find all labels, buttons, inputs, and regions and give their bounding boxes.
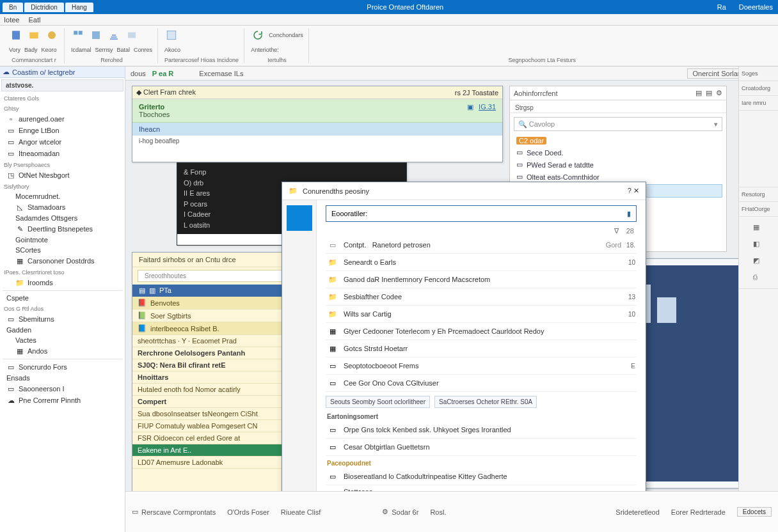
breadcrumb[interactable]: ☁ Coastim o/ lectgrebr (0, 66, 125, 78)
dialog-row[interactable]: 📁Wilts sar Cartig10 (326, 306, 637, 323)
nav-item[interactable]: Cspete (0, 293, 125, 303)
nav-item[interactable]: Gadden (0, 325, 125, 335)
dialog-title: Conurendths peosiny (303, 187, 369, 195)
ribbon-label[interactable]: Conchondars (269, 32, 303, 38)
nav-item[interactable]: ▦Carsononer Dostdrds (0, 255, 125, 267)
dialog-commands: 📁 Conurendths peosiny ? ✕ ▮ ∇ 28 ▭ Contp… (282, 182, 646, 501)
ribbon-icon[interactable] (45, 28, 59, 42)
nav-item[interactable]: Ensads (0, 373, 125, 383)
ribbon-icon[interactable] (71, 28, 85, 42)
nav-item[interactable]: ▭Sbemiturns (0, 313, 125, 325)
dialog-row[interactable]: 📁Ganod daR Inentlemnory Fencord Macscret… (326, 271, 637, 288)
ribbon-icon[interactable] (9, 28, 23, 42)
status-item[interactable]: Riueate Clisf (281, 508, 321, 516)
status-item[interactable]: O'Ords Foser (227, 508, 269, 516)
dock-item[interactable]: FHatOorge (739, 202, 778, 217)
list-tab[interactable]: ▤ (139, 286, 145, 295)
dialog-row[interactable]: 📁Sesbiafther Codee13 (326, 288, 637, 306)
doc-icon: ▭ (132, 508, 138, 516)
nav-item[interactable]: Vactes (0, 335, 125, 345)
dialog-row[interactable]: ▭Cee Gor Ono Cova CGltviuser (326, 375, 637, 392)
badge-icon[interactable]: ▣ (467, 103, 473, 118)
dock-icon[interactable]: ⎙ (753, 273, 765, 285)
dialog-chip[interactable]: SaCtroerses Ochetor REthr. S0A (434, 396, 537, 408)
tool-icon[interactable]: ▤ (695, 89, 702, 97)
dock-item[interactable]: Iare nmru (739, 96, 778, 111)
panel-entry[interactable]: ▭Sece Doed. (510, 146, 726, 159)
shield-icon: ◆ (136, 88, 141, 96)
dialog-row[interactable]: 📁Seneardt o Earls10 (326, 254, 637, 271)
dialog-search-input[interactable] (331, 210, 627, 217)
dock-icon[interactable]: ◧ (753, 240, 765, 251)
nav-item[interactable]: ✎Deertling Btsnepetes (0, 223, 125, 235)
dialog-row[interactable]: ▦Gtyer Cedooner Toterlecom y Eh Prcemado… (326, 323, 637, 340)
help-icon[interactable]: ? (628, 187, 631, 194)
ribbon-icon[interactable] (27, 28, 41, 42)
nav-item[interactable]: Sadamdes Ottsgers (0, 213, 125, 223)
close-icon[interactable]: ✕ (633, 187, 639, 194)
nav-item[interactable]: Gointmote (0, 235, 125, 245)
ribbon-label: Vory (9, 47, 20, 53)
titlebar-action[interactable]: Ra (717, 3, 726, 11)
status-item[interactable]: Rosl. (430, 508, 446, 516)
list-tab[interactable]: PTa (159, 286, 171, 295)
dock-icon[interactable]: ▦ (753, 223, 765, 235)
nav-item[interactable]: ▭Saooneerson I (0, 383, 125, 395)
status-item[interactable]: ▭Rerscave Cormprontats (132, 508, 216, 516)
nav-item[interactable]: ▭Ennge LtBon (0, 125, 125, 136)
dialog-row[interactable]: ▦Gotcs Strstd Hoetarr (326, 340, 637, 357)
dock-icon[interactable]: ◩ (753, 256, 765, 268)
menu-item[interactable]: Eatl (28, 16, 40, 24)
panel-search[interactable]: 🔍 Cavolop ▾ (514, 117, 722, 131)
nav-item[interactable]: 📁Iroomds (0, 277, 125, 288)
chevron-down-icon[interactable]: ▾ (714, 120, 718, 129)
editor-page[interactable]: P ea R (152, 70, 173, 77)
nav-item[interactable]: ◳OtNet Ntesbgort (0, 169, 125, 181)
panel-entry[interactable]: ▭PWed Serad e tatdtte (510, 159, 726, 171)
dock-item[interactable]: Resotorg (739, 187, 778, 202)
tool-icon[interactable]: ⚙ (716, 89, 722, 97)
doc-icon: ▭ (6, 384, 15, 393)
nav-item[interactable]: SCortes (0, 245, 125, 255)
list-tab[interactable]: ▥ (149, 286, 155, 295)
status-item[interactable]: Eorer Redrterade (671, 508, 726, 516)
status-item[interactable]: Srideteretleod (615, 508, 660, 516)
nav-item[interactable]: ▭Soncrurdo Fors (0, 361, 125, 373)
dock-item[interactable]: Croatodorg (739, 81, 778, 96)
ribbon-icon[interactable] (164, 28, 179, 42)
nav-item[interactable]: ▫aurenged.oaer (0, 113, 125, 125)
titlebar-tab[interactable]: Hang (65, 3, 93, 12)
dialog-row[interactable]: ▭Seoptotocboeoot FremsE (326, 357, 637, 375)
window-title: Proice Ontared Oftdaren (93, 3, 717, 11)
ribbon-icon[interactable] (125, 28, 139, 42)
ribbon-label: Conres (134, 47, 152, 53)
nav-item[interactable]: ◺Stamadoars (0, 201, 125, 213)
status-button[interactable]: Edocets (737, 507, 772, 517)
titlebar-tab[interactable]: Dictridion (24, 3, 64, 12)
dialog-search[interactable]: ▮ (326, 205, 637, 222)
nav-item[interactable]: ▭Itneaomadan (0, 148, 125, 159)
nav-item[interactable]: ▦Andos (0, 345, 125, 357)
filter-icon[interactable]: ∇ (614, 227, 619, 235)
tool-icon[interactable]: ▤ (706, 89, 712, 97)
titlebar-tab[interactable]: Bn (3, 3, 23, 12)
menu-item[interactable]: Iotee (4, 16, 19, 24)
nav-item[interactable]: ☁Pne Corremr Pinnth (0, 395, 125, 406)
nav-item[interactable]: ▭Angor wtcelor (0, 136, 125, 148)
dialog-row[interactable]: ▭Cesar Obtgirtlan Guettetsrn (326, 439, 637, 456)
editor-crumb[interactable]: dous (131, 70, 146, 77)
ribbon-icon[interactable] (89, 28, 103, 42)
titlebar-action[interactable]: Doeertales (739, 3, 773, 11)
nav-group-label: Oos G Rtl Ados (0, 303, 125, 313)
dialog-chip[interactable]: Seouts Seomby Soort oclorlitheer (326, 396, 430, 408)
clear-icon[interactable]: ▮ (627, 210, 631, 218)
ribbon-group-caption: Rerohed (71, 57, 152, 63)
refresh-icon[interactable] (251, 28, 265, 42)
nav-item[interactable]: Mocemrudnet. (0, 191, 125, 201)
status-item[interactable]: ⚙Sodar 6r (382, 508, 418, 516)
ribbon-icon[interactable] (107, 28, 121, 42)
editor-field[interactable]: Excemase ILs (199, 70, 243, 77)
dialog-row[interactable]: ▭Biosereatland lo Catkodultrinpeatise Ki… (326, 468, 637, 485)
dialog-side-tile[interactable] (287, 205, 312, 231)
dialog-row[interactable]: ▭Orpe Gns tolck Kenbed ssk. Uhkyoet Srge… (326, 421, 637, 439)
